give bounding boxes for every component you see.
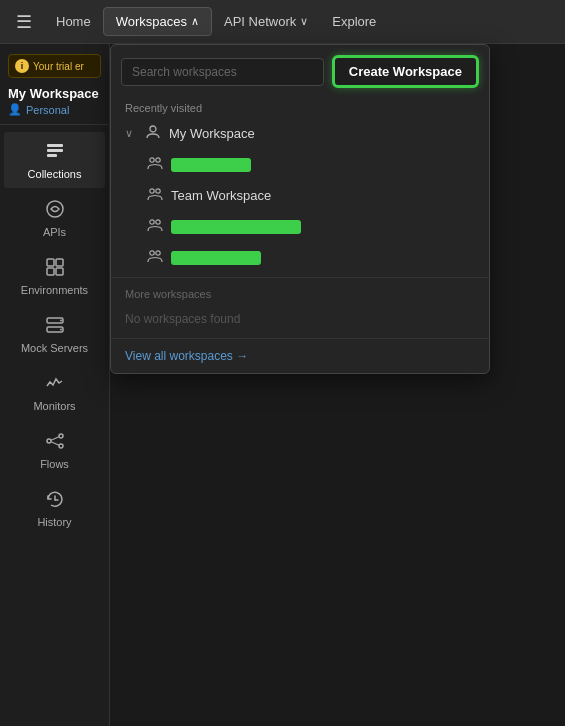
mock-servers-label: Mock Servers xyxy=(21,342,88,354)
sidebar-item-apis[interactable]: APIs xyxy=(4,190,105,246)
nav-home[interactable]: Home xyxy=(44,8,103,35)
workspace-label: My Workspace xyxy=(169,126,475,141)
nav-api-network[interactable]: API Network ∨ xyxy=(212,8,320,35)
flows-label: Flows xyxy=(40,458,69,470)
environments-icon xyxy=(44,256,66,281)
svg-point-25 xyxy=(156,220,160,224)
svg-rect-0 xyxy=(47,144,63,147)
view-all-row: View all workspaces → xyxy=(111,338,489,373)
environments-label: Environments xyxy=(21,284,88,296)
sidebar-item-collections[interactable]: Collections xyxy=(4,132,105,188)
redacted-label xyxy=(171,158,251,172)
workspace-label: Team Workspace xyxy=(171,188,475,203)
svg-rect-1 xyxy=(47,149,63,152)
sidebar-item-monitors[interactable]: Monitors xyxy=(4,364,105,420)
search-workspaces-input[interactable] xyxy=(121,58,324,86)
mock-servers-icon xyxy=(44,314,66,339)
svg-point-24 xyxy=(150,220,154,224)
nav-explore[interactable]: Explore xyxy=(320,8,388,35)
sidebar-nav: Collections APIs xyxy=(0,125,109,726)
recently-visited-label: Recently visited xyxy=(111,96,489,118)
sidebar-item-environments[interactable]: Environments xyxy=(4,248,105,304)
chevron-down-icon: ∨ xyxy=(125,127,137,140)
svg-point-23 xyxy=(156,189,160,193)
trial-icon: i xyxy=(15,59,29,73)
sidebar: i Your trial er My Workspace 👤 Personal … xyxy=(0,44,110,726)
team-workspace-icon xyxy=(147,155,163,174)
sidebar-workspace-section: i Your trial er My Workspace 👤 Personal xyxy=(0,44,109,125)
team-workspace-icon xyxy=(147,248,163,267)
flows-icon xyxy=(44,430,66,455)
workspace-type[interactable]: 👤 Personal xyxy=(8,103,101,116)
svg-line-16 xyxy=(51,442,59,445)
monitors-icon xyxy=(44,372,66,397)
dropdown-search-row: Create Workspace xyxy=(111,45,489,96)
view-all-workspaces-link[interactable]: View all workspaces → xyxy=(125,349,248,363)
main-layout: i Your trial er My Workspace 👤 Personal … xyxy=(0,44,565,726)
team-workspace-icon xyxy=(147,217,163,236)
more-workspaces-label: More workspaces xyxy=(111,282,489,304)
svg-point-21 xyxy=(156,158,160,162)
workspace-name: My Workspace xyxy=(8,86,101,101)
list-item[interactable]: ∨ My Workspace xyxy=(111,118,489,149)
personal-icon: 👤 xyxy=(8,103,22,116)
nav-workspaces[interactable]: Workspaces ∧ xyxy=(103,7,212,36)
svg-rect-2 xyxy=(47,154,57,157)
svg-line-15 xyxy=(51,437,59,440)
sidebar-item-mock-servers[interactable]: Mock Servers xyxy=(4,306,105,362)
svg-point-11 xyxy=(60,329,62,331)
svg-point-10 xyxy=(60,320,62,322)
collections-label: Collections xyxy=(28,168,82,180)
svg-rect-6 xyxy=(47,268,54,275)
list-item[interactable]: Team Workspace xyxy=(111,180,489,211)
no-workspaces-text: No workspaces found xyxy=(111,304,489,338)
svg-point-27 xyxy=(156,251,160,255)
trial-banner: i Your trial er xyxy=(8,54,101,78)
top-navigation: ☰ Home Workspaces ∧ API Network ∨ Explor… xyxy=(0,0,565,44)
workspaces-dropdown: Create Workspace Recently visited ∨ My W… xyxy=(110,44,490,374)
history-icon xyxy=(44,488,66,513)
svg-point-19 xyxy=(150,126,156,132)
workspaces-dropdown-arrow: ∧ xyxy=(191,15,199,28)
list-item[interactable] xyxy=(111,242,489,273)
svg-rect-4 xyxy=(47,259,54,266)
svg-point-13 xyxy=(59,434,63,438)
apis-icon xyxy=(44,198,66,223)
svg-rect-5 xyxy=(56,259,63,266)
svg-point-22 xyxy=(150,189,154,193)
hamburger-menu-icon[interactable]: ☰ xyxy=(8,6,40,38)
apis-label: APIs xyxy=(43,226,66,238)
workspace-type-label: Personal xyxy=(26,104,69,116)
svg-point-20 xyxy=(150,158,154,162)
svg-point-12 xyxy=(47,439,51,443)
personal-workspace-icon xyxy=(145,124,161,143)
api-network-dropdown-arrow: ∨ xyxy=(300,15,308,28)
svg-point-14 xyxy=(59,444,63,448)
divider xyxy=(111,277,489,278)
team-workspace-icon xyxy=(147,186,163,205)
list-item[interactable] xyxy=(111,149,489,180)
redacted-label xyxy=(171,220,301,234)
list-item[interactable] xyxy=(111,211,489,242)
trial-text: Your trial er xyxy=(33,61,84,72)
monitors-label: Monitors xyxy=(33,400,75,412)
svg-rect-7 xyxy=(56,268,63,275)
svg-point-3 xyxy=(47,201,63,217)
redacted-label xyxy=(171,251,261,265)
sidebar-item-flows[interactable]: Flows xyxy=(4,422,105,478)
svg-point-26 xyxy=(150,251,154,255)
sidebar-item-history[interactable]: History xyxy=(4,480,105,536)
create-workspace-button[interactable]: Create Workspace xyxy=(332,55,479,88)
collections-icon xyxy=(44,140,66,165)
history-label: History xyxy=(37,516,71,528)
